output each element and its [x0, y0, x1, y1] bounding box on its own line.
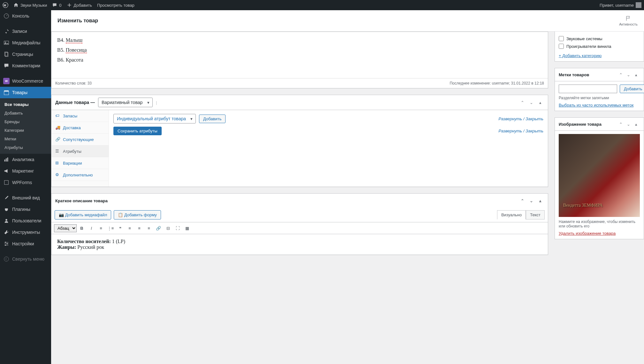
bullet-list-icon[interactable]: ≡: [96, 224, 105, 233]
menu-products[interactable]: Товары: [0, 87, 51, 98]
form-icon: [3, 179, 10, 186]
svg-rect-11: [4, 181, 9, 185]
menu-marketing[interactable]: Маркетинг: [0, 165, 51, 177]
short-desc-editor[interactable]: Количество носителей: 1 (LP) Жанры: Русс…: [51, 234, 548, 255]
view-product-link[interactable]: Просмотреть товар: [97, 3, 134, 8]
category-checkbox[interactable]: [559, 36, 564, 41]
submenu-tags[interactable]: Метки: [0, 135, 51, 143]
tab-attributes[interactable]: ☰Атрибуты: [51, 145, 109, 157]
link-icon[interactable]: 🔗: [154, 224, 163, 233]
number-list-icon[interactable]: ⋮≡: [106, 224, 115, 233]
align-right-icon[interactable]: ≡: [144, 224, 153, 233]
add-tag-button[interactable]: Добавить: [620, 85, 644, 93]
greeting[interactable]: Привет, username: [600, 2, 641, 8]
menu-media[interactable]: Медиафайлы: [0, 37, 51, 48]
close-link[interactable]: Закрыть: [525, 129, 543, 133]
save-attributes-button[interactable]: Сохранить атрибуты: [113, 127, 162, 135]
avatar: [636, 2, 641, 8]
menu-label: Страницы: [12, 52, 33, 57]
pin-icon: [3, 28, 10, 34]
menu-console[interactable]: Консоль: [0, 10, 51, 22]
dashboard-icon: [3, 13, 10, 19]
italic-icon[interactable]: I: [87, 224, 96, 233]
tag-input[interactable]: [559, 85, 617, 93]
add-category-link[interactable]: + Добавить категорию: [559, 53, 602, 58]
move-up-icon[interactable]: ⌃: [518, 99, 526, 106]
expand-link[interactable]: Развернуть: [498, 116, 522, 121]
expand-link[interactable]: Развернуть: [498, 129, 522, 133]
fullscreen-icon[interactable]: ⛶: [173, 224, 182, 233]
submenu-categories[interactable]: Категории: [0, 126, 51, 135]
collapse-icon[interactable]: ▴: [632, 71, 640, 78]
menu-tools[interactable]: Инструменты: [0, 227, 51, 238]
tab-inventory[interactable]: 🏷Запасы: [51, 110, 109, 122]
move-down-icon[interactable]: ⌄: [625, 120, 632, 128]
product-image-thumbnail[interactable]: [559, 134, 640, 217]
submenu-all-products[interactable]: Все товары: [0, 100, 51, 109]
pages-icon: [3, 51, 10, 57]
megaphone-icon: [3, 168, 10, 174]
visual-tab[interactable]: Визуально: [497, 210, 526, 219]
menu-wpforms[interactable]: WPForms: [0, 177, 51, 188]
menu-woocommerce[interactable]: WWooCommerce: [0, 75, 51, 87]
woo-icon: W: [3, 78, 10, 84]
site-home-link[interactable]: Звуки Музыки: [13, 3, 47, 8]
wp-logo[interactable]: [3, 2, 8, 8]
submenu-brands[interactable]: Бренды: [0, 117, 51, 126]
attribute-select[interactable]: Индивидуальный атрибут товара: [113, 114, 196, 123]
readmore-icon[interactable]: ⊟: [164, 224, 172, 233]
menu-analytics[interactable]: Аналитика: [0, 154, 51, 165]
collapse-icon[interactable]: ▴: [536, 197, 544, 204]
quote-icon[interactable]: ❝: [116, 224, 125, 233]
move-up-icon[interactable]: ⌃: [518, 197, 526, 204]
tab-linked[interactable]: 🔗Сопутствующие: [51, 134, 109, 145]
menu-posts[interactable]: Записи: [0, 26, 51, 37]
last-edit: Последнее изменение: username; 31.01.202…: [450, 81, 544, 85]
category-checkbox-row[interactable]: Звуковые системы: [559, 35, 640, 42]
add-new-link[interactable]: Добавить: [67, 3, 92, 8]
menu-appearance[interactable]: Внешний вид: [0, 192, 51, 204]
menu-plugins[interactable]: Плагины: [0, 204, 51, 215]
collapse-icon[interactable]: ▴: [632, 120, 640, 128]
content-editor[interactable]: B4. Малыш B5. Повесица B6. Красота: [51, 32, 548, 78]
tab-variations[interactable]: ⊞Вариации: [51, 157, 109, 169]
move-down-icon[interactable]: ⌄: [527, 99, 535, 106]
kitchen-sink-icon[interactable]: ▦: [183, 224, 192, 233]
sliders-icon: [3, 241, 10, 247]
comments-link[interactable]: 0: [52, 3, 61, 8]
move-down-icon[interactable]: ⌄: [527, 197, 535, 204]
move-down-icon[interactable]: ⌄: [625, 71, 632, 78]
format-select[interactable]: Абзац: [54, 224, 77, 232]
menu-settings[interactable]: Настройки: [0, 238, 51, 249]
menu-users[interactable]: Пользователи: [0, 215, 51, 227]
tab-advanced[interactable]: ⚙Дополнительно: [51, 169, 109, 181]
category-checkbox[interactable]: [559, 44, 564, 49]
bold-icon[interactable]: B: [77, 224, 86, 233]
remove-image-link[interactable]: Удалить изображение товара: [559, 231, 616, 236]
image-title: Изображение товара: [559, 122, 617, 127]
submenu-attributes[interactable]: Атрибуты: [0, 143, 51, 152]
grid-icon: ⊞: [55, 160, 60, 166]
submenu-add[interactable]: Добавить: [0, 109, 51, 117]
move-up-icon[interactable]: ⌃: [617, 71, 625, 78]
activity-button[interactable]: Активность: [619, 15, 638, 26]
camera-icon: 📷: [59, 212, 65, 217]
spellcheck-word: Повесица: [66, 47, 87, 53]
collapse-menu[interactable]: Свернуть меню: [0, 253, 51, 261]
collapse-icon[interactable]: ▴: [536, 99, 544, 106]
close-link[interactable]: Закрыть: [525, 116, 543, 121]
align-left-icon[interactable]: ≡: [125, 224, 134, 233]
menu-comments[interactable]: Комментарии: [0, 60, 51, 71]
text-tab[interactable]: Текст: [526, 210, 545, 219]
menu-pages[interactable]: Страницы: [0, 48, 51, 60]
tab-shipping[interactable]: 🚚Доставка: [51, 122, 109, 134]
add-media-button[interactable]: 📷 Добавить медиафайл: [55, 210, 111, 219]
move-up-icon[interactable]: ⌃: [617, 120, 625, 128]
svg-rect-6: [4, 91, 9, 95]
popular-tags-link[interactable]: Выбрать из часто используемых меток: [559, 103, 633, 108]
add-attribute-button[interactable]: Добавить: [199, 115, 226, 123]
category-checkbox-row[interactable]: Проигрыватели винила: [559, 42, 640, 50]
align-center-icon[interactable]: ≡: [135, 224, 144, 233]
product-type-select[interactable]: Вариативный товар: [98, 98, 153, 107]
add-form-button[interactable]: 📋 Добавить форму: [114, 210, 161, 219]
